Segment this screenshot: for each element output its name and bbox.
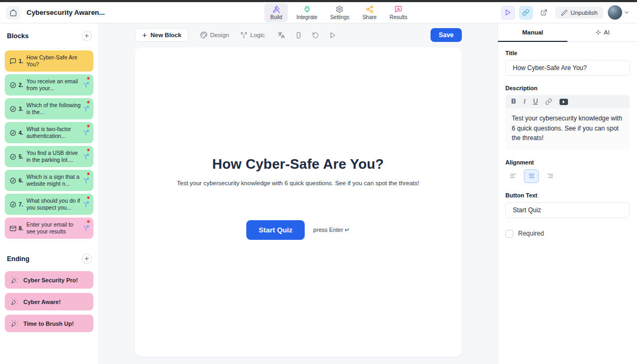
- external-link-icon: [540, 9, 547, 16]
- required-dot: [87, 220, 90, 223]
- block-item-6[interactable]: 6.Which is a sign that a website might n…: [5, 170, 93, 191]
- ending-item-2[interactable]: Cyber Aware!: [5, 293, 93, 310]
- logic-label: Logic: [250, 32, 265, 38]
- alignment-field-label: Alignment: [505, 159, 630, 166]
- account-menu[interactable]: [608, 5, 630, 20]
- block-item-4[interactable]: 4.What is two-factor authentication...: [5, 122, 93, 143]
- youtube-icon: [563, 100, 565, 103]
- block-title: Enter your email to see your results: [27, 221, 81, 235]
- design-button[interactable]: Design: [200, 31, 229, 39]
- required-toggle[interactable]: Required: [505, 230, 630, 238]
- ending-item-3[interactable]: Time to Brush Up!: [5, 315, 93, 332]
- description-field-label: Description: [505, 85, 630, 91]
- tab-manual-label: Manual: [522, 29, 544, 36]
- block-number: 7.: [19, 201, 23, 207]
- check-circle-icon: [10, 106, 16, 112]
- translate-icon[interactable]: [278, 31, 285, 39]
- branch-icon: [240, 32, 247, 39]
- tab-manual[interactable]: Manual: [498, 23, 567, 41]
- nav-tab-integrate[interactable]: Integrate: [292, 3, 321, 22]
- form-preview-card: How Cyber-Safe Are You? Test your cybers…: [135, 47, 462, 357]
- add-ending-button[interactable]: [82, 254, 92, 264]
- block-item-1[interactable]: 1.How Cyber-Safe Are You?: [5, 50, 93, 72]
- italic-button[interactable]: I: [523, 98, 526, 105]
- blocks-section-title: Blocks: [7, 32, 29, 40]
- logic-branch-icon[interactable]: [83, 129, 89, 136]
- block-item-2[interactable]: 2.You receive an email from your...: [5, 74, 93, 96]
- tab-ai[interactable]: AI: [567, 23, 637, 41]
- logic-branch-icon[interactable]: [83, 177, 89, 184]
- endings-list: Cyber Security Pro!Cyber Aware!Time to B…: [5, 271, 93, 332]
- nav-tab-share[interactable]: Share: [358, 3, 381, 22]
- block-number: 1.: [19, 58, 23, 64]
- form-title: Cybersecurity Awaren...: [27, 8, 105, 16]
- unpublish-label: Unpublish: [571, 10, 598, 16]
- nav-tab-build[interactable]: Build: [264, 3, 288, 22]
- envelope-icon: [10, 225, 16, 232]
- block-item-5[interactable]: 5.You find a USB drive in the parking lo…: [5, 146, 93, 167]
- check-circle-icon: [10, 82, 16, 89]
- required-dot: [87, 149, 90, 151]
- block-number: 5.: [19, 153, 23, 160]
- required-dot: [87, 77, 90, 80]
- bold-button[interactable]: B: [511, 98, 516, 105]
- block-number: 2.: [19, 82, 23, 88]
- align-center-button[interactable]: [524, 169, 539, 183]
- required-checkbox[interactable]: [505, 230, 513, 238]
- insert-link-button[interactable]: [545, 98, 552, 105]
- check-circle-icon: [10, 201, 16, 208]
- mobile-preview-icon[interactable]: [295, 32, 302, 39]
- logic-branch-icon[interactable]: [83, 225, 89, 231]
- play-outline-icon[interactable]: [329, 32, 336, 39]
- title-input[interactable]: [505, 60, 630, 76]
- logic-branch-icon[interactable]: [83, 153, 89, 160]
- plus-icon: [84, 33, 90, 39]
- logic-branch-icon[interactable]: [83, 201, 89, 207]
- check-circle-icon: [10, 177, 16, 184]
- chart-bubble-icon: [394, 5, 402, 13]
- align-right-button[interactable]: [543, 169, 557, 183]
- underline-button[interactable]: U: [533, 98, 538, 105]
- required-dot: [87, 101, 90, 103]
- logic-branch-icon[interactable]: [83, 82, 89, 88]
- start-quiz-button[interactable]: Start Quiz: [246, 220, 305, 240]
- ending-item-1[interactable]: Cyber Security Pro!: [5, 271, 93, 289]
- party-popper-icon: [11, 276, 18, 283]
- block-title: How Cyber-Safe Are You?: [27, 54, 89, 68]
- check-circle-icon: [10, 129, 16, 136]
- app-header: Cybersecurity Awaren... BuildIntegrateSe…: [0, 2, 637, 23]
- block-item-3[interactable]: 3.Which of the following is the...: [5, 98, 93, 119]
- chevron-down-icon: [624, 10, 630, 15]
- block-title: What should you do if you suspect you...: [27, 197, 81, 211]
- new-block-button[interactable]: New Block: [135, 28, 188, 42]
- description-editor: B I U Test your cybersecurity knowledge …: [505, 95, 630, 150]
- new-block-label: New Block: [151, 32, 182, 38]
- nav-tab-results[interactable]: Results: [385, 3, 411, 22]
- settings-panel: Manual AI Title Description B I U: [497, 23, 637, 364]
- logic-button[interactable]: Logic: [240, 32, 265, 39]
- required-dot: [87, 125, 90, 127]
- nav-tab-label: Share: [363, 14, 377, 20]
- align-left-button[interactable]: [505, 169, 520, 183]
- unpublish-button[interactable]: Unpublish: [555, 7, 604, 19]
- logic-branch-icon[interactable]: [83, 106, 89, 112]
- block-title: Which of the following is the...: [27, 102, 81, 116]
- nav-tab-settings[interactable]: Settings: [326, 3, 354, 22]
- description-textarea[interactable]: Test your cybersecurity knowledge with 6…: [505, 108, 630, 150]
- speech-bubble-icon: [10, 58, 16, 65]
- open-link-button[interactable]: [537, 6, 551, 20]
- history-icon[interactable]: [312, 32, 319, 39]
- youtube-embed-button[interactable]: [559, 99, 568, 105]
- save-button[interactable]: Save: [431, 28, 461, 42]
- block-number: 8.: [19, 225, 23, 231]
- hammer-icon: [272, 5, 280, 13]
- block-title: What is two-factor authentication...: [27, 126, 81, 140]
- block-item-8[interactable]: 8.Enter your email to see your results: [5, 218, 93, 239]
- block-item-7[interactable]: 7.What should you do if you suspect you.…: [5, 194, 93, 215]
- home-button[interactable]: [6, 6, 20, 20]
- button-text-input[interactable]: [505, 202, 630, 218]
- copy-link-button[interactable]: [519, 6, 533, 20]
- ending-title: Time to Brush Up!: [23, 320, 74, 327]
- add-block-button[interactable]: [82, 31, 92, 41]
- preview-button[interactable]: [501, 6, 515, 20]
